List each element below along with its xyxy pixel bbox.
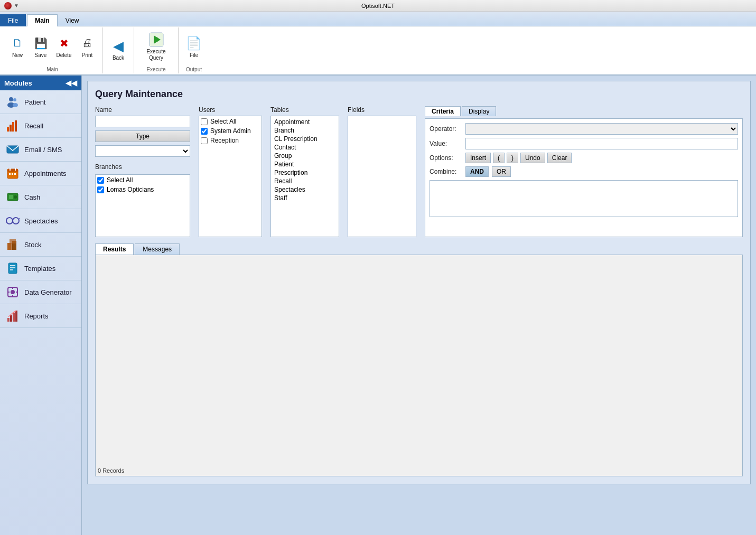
form-top: Name Type Branches Select All: [95, 106, 743, 237]
options-label: Options:: [430, 154, 461, 162]
main-layout: Modules ◀◀ Patient: [0, 76, 756, 535]
branches-lomas-checkbox[interactable]: [97, 186, 104, 193]
table-appointment[interactable]: Appointment: [273, 118, 337, 126]
sidebar-item-appointments[interactable]: Appointments: [0, 162, 81, 185]
value-input[interactable]: [465, 138, 738, 149]
svg-rect-42: [13, 313, 15, 322]
criteria-tab[interactable]: Criteria: [425, 106, 461, 116]
sidebar-item-cash[interactable]: Cash: [0, 185, 81, 209]
branches-select-all-checkbox[interactable]: [97, 177, 104, 184]
execute-query-button[interactable]: Execute Query: [138, 30, 174, 63]
tab-file[interactable]: File: [0, 14, 26, 26]
sidebar-item-recall-label: Recall: [24, 122, 43, 130]
sidebar-item-stock[interactable]: Stock: [0, 233, 81, 257]
data-generator-icon: [5, 285, 20, 299]
ribbon-group-execute: Execute Query Execute: [134, 27, 179, 73]
sidebar-collapse-button[interactable]: ◀◀: [66, 79, 77, 87]
table-staff[interactable]: Staff: [273, 194, 337, 202]
tab-main[interactable]: Main: [27, 14, 57, 26]
svg-point-21: [14, 195, 17, 199]
results-content: 0 Records: [95, 255, 743, 476]
sidebar-item-reports[interactable]: Reports: [0, 304, 81, 328]
results-section: Results Messages 0 Records: [95, 243, 743, 476]
print-button[interactable]: 🖨 Print: [76, 33, 98, 60]
sidebar-item-data-generator[interactable]: Data Generator: [0, 280, 81, 304]
tables-column: Tables Appointment Branch CL Prescriptio…: [270, 106, 339, 237]
fields-label: Fields: [348, 106, 416, 114]
users-select-all-checkbox[interactable]: [201, 118, 208, 125]
tables-list[interactable]: Appointment Branch CL Prescription Conta…: [270, 116, 339, 237]
svg-point-3: [9, 97, 13, 101]
operator-row: Operator:: [430, 123, 738, 135]
branches-label: Branches: [95, 163, 190, 171]
svg-point-4: [13, 98, 16, 101]
table-spectacles[interactable]: Spectacles: [273, 185, 337, 194]
name-input[interactable]: [95, 116, 190, 127]
svg-point-22: [6, 218, 13, 224]
table-cl-prescription[interactable]: CL Prescription: [273, 135, 337, 143]
options-row: Options: Insert ( ) Undo Clear: [430, 153, 738, 163]
svg-rect-7: [7, 127, 9, 132]
table-group[interactable]: Group: [273, 152, 337, 160]
spectacles-icon: [5, 213, 20, 228]
results-status: 0 Records: [98, 467, 124, 474]
and-button[interactable]: AND: [465, 166, 489, 177]
sidebar-item-email-sms[interactable]: Email / SMS: [0, 138, 81, 162]
table-recall[interactable]: Recall: [273, 177, 337, 185]
close-paren-button[interactable]: ): [507, 153, 518, 163]
svg-rect-20: [9, 195, 13, 199]
content-area: Query Maintenance Name Type Branches: [82, 76, 756, 535]
new-button[interactable]: 🗋 New: [6, 33, 29, 60]
or-button[interactable]: OR: [492, 166, 511, 177]
appointments-icon: [5, 166, 20, 181]
value-label: Value:: [430, 140, 461, 147]
type-button[interactable]: Type: [95, 130, 190, 142]
back-button[interactable]: ◀ Back: [107, 36, 129, 63]
svg-rect-29: [10, 239, 16, 243]
tab-view[interactable]: View: [58, 14, 87, 26]
file-output-button[interactable]: 📄 File: [183, 33, 205, 60]
svg-rect-43: [15, 311, 17, 322]
delete-button[interactable]: ✖ Delete: [53, 33, 75, 60]
execute-query-icon: [148, 32, 164, 48]
clear-button[interactable]: Clear: [547, 153, 572, 163]
type-dropdown[interactable]: [95, 145, 190, 157]
branches-lomas-opticians[interactable]: Lomas Opticians: [97, 186, 188, 193]
display-tab[interactable]: Display: [462, 106, 496, 116]
users-system-admin[interactable]: System Admin: [201, 127, 260, 135]
messages-tab[interactable]: Messages: [135, 243, 180, 255]
table-prescription[interactable]: Prescription: [273, 168, 337, 177]
ribbon-group-main: 🗋 New 💾 Save ✖ Delete 🖨 Print Main: [2, 27, 103, 73]
undo-button[interactable]: Undo: [520, 153, 545, 163]
users-reception[interactable]: Reception: [201, 137, 260, 144]
open-paren-button[interactable]: (: [493, 153, 505, 163]
combine-label: Combine:: [430, 168, 461, 175]
users-select-all[interactable]: Select All: [201, 118, 260, 125]
operator-select[interactable]: [465, 123, 738, 135]
sidebar-item-patient[interactable]: Patient: [0, 90, 81, 114]
svg-rect-27: [7, 243, 12, 250]
title-bar-arrow: ▼: [14, 3, 19, 8]
sidebar-item-spectacles[interactable]: Spectacles: [0, 209, 81, 233]
users-system-admin-checkbox[interactable]: [201, 128, 208, 135]
stock-icon: [5, 237, 20, 252]
fields-list[interactable]: [348, 116, 416, 237]
insert-button[interactable]: Insert: [465, 153, 491, 163]
svg-rect-13: [7, 169, 18, 172]
new-icon: 🗋: [10, 35, 25, 51]
table-patient[interactable]: Patient: [273, 160, 337, 168]
table-branch[interactable]: Branch: [273, 126, 337, 135]
users-label: Users: [199, 106, 262, 114]
table-contact[interactable]: Contact: [273, 143, 337, 152]
results-tab[interactable]: Results: [95, 243, 134, 255]
sidebar-item-cash-label: Cash: [24, 193, 40, 201]
app-title: Optisoft.NET: [361, 3, 395, 9]
branches-select-all[interactable]: Select All: [97, 176, 188, 184]
sidebar-item-templates[interactable]: Templates: [0, 257, 81, 280]
users-reception-checkbox[interactable]: [201, 137, 208, 144]
criteria-textarea[interactable]: [430, 180, 738, 217]
save-button[interactable]: 💾 Save: [30, 33, 52, 60]
branches-list: Select All Lomas Opticians: [95, 174, 190, 237]
fields-column: Fields: [348, 106, 416, 237]
sidebar-item-recall[interactable]: Recall: [0, 114, 81, 138]
